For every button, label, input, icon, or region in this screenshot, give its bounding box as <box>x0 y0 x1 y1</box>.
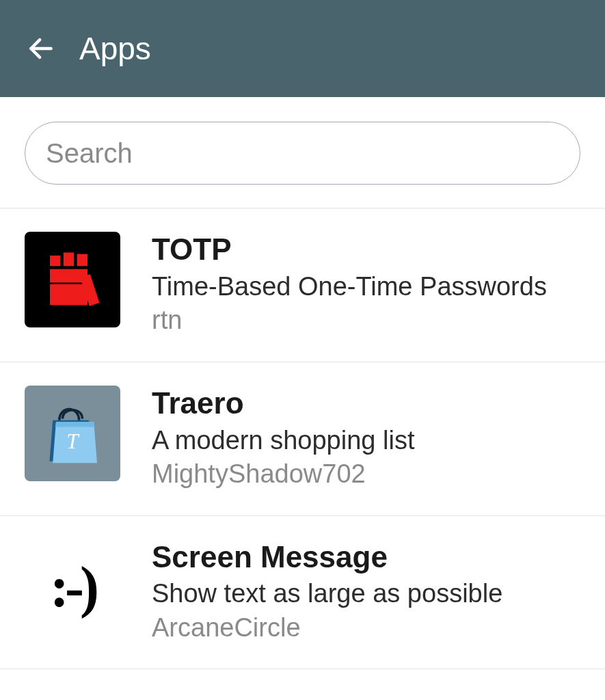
totp-fist-icon <box>25 232 120 327</box>
svg-rect-2 <box>64 252 74 266</box>
traero-bag-icon: T <box>25 386 120 481</box>
app-text: Screen Message Show text as large as pos… <box>152 539 580 645</box>
app-item-traero[interactable]: T Traero A modern shopping list MightySh… <box>0 362 605 516</box>
app-header: Apps <box>0 0 605 97</box>
search-input[interactable] <box>25 122 580 185</box>
app-list: TOTP Time-Based One-Time Passwords rtn T… <box>0 208 605 669</box>
app-author: MightyShadow702 <box>152 458 580 491</box>
page-title: Apps <box>79 30 151 67</box>
app-item-screen-message[interactable]: :-) Screen Message Show text as large as… <box>0 516 605 670</box>
back-arrow-icon <box>26 33 56 64</box>
search-container <box>0 97 605 208</box>
svg-rect-1 <box>50 256 60 266</box>
app-description: Time-Based One-Time Passwords <box>152 271 580 304</box>
screenmsg-smiley-icon: :-) <box>25 539 120 635</box>
svg-marker-9 <box>55 422 95 427</box>
app-name: TOTP <box>152 232 580 268</box>
svg-rect-5 <box>50 284 88 306</box>
svg-rect-3 <box>77 254 88 267</box>
app-item-totp[interactable]: TOTP Time-Based One-Time Passwords rtn <box>0 208 605 362</box>
app-author: rtn <box>152 304 580 337</box>
app-description: Show text as large as possible <box>152 578 580 610</box>
app-name: Screen Message <box>152 539 580 576</box>
app-text: Traero A modern shopping list MightyShad… <box>152 386 580 491</box>
back-button[interactable] <box>22 29 60 68</box>
app-name: Traero <box>152 386 580 422</box>
smiley-glyph: :-) <box>50 554 95 620</box>
app-description: A modern shopping list <box>152 425 580 457</box>
app-author: ArcaneCircle <box>152 612 580 645</box>
svg-text:T: T <box>66 429 80 453</box>
app-text: TOTP Time-Based One-Time Passwords rtn <box>152 232 580 337</box>
